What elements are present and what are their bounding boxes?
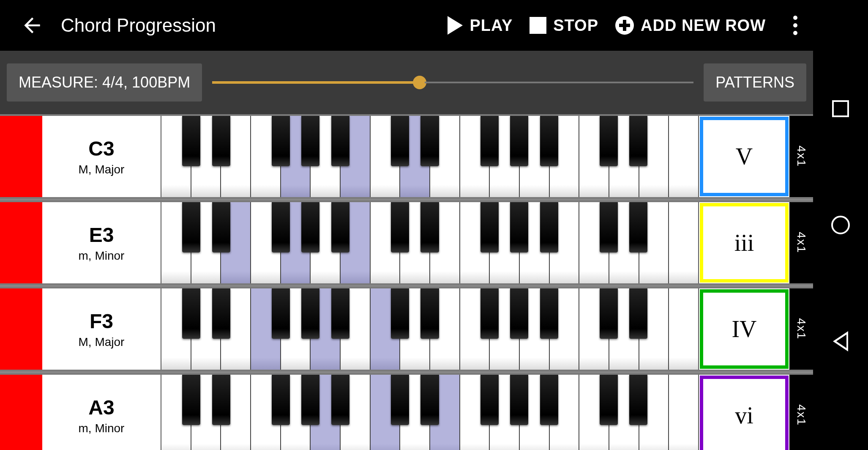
white-key[interactable] (669, 375, 698, 450)
keyboard[interactable] (161, 116, 699, 197)
add-row-label: ADD NEW ROW (641, 16, 766, 35)
black-key[interactable] (301, 116, 319, 166)
repeat-label: 4x1 (794, 232, 808, 253)
degree-box[interactable]: IV (700, 289, 789, 369)
back-button[interactable] (20, 14, 44, 37)
black-key[interactable] (540, 375, 558, 425)
stop-button[interactable]: STOP (530, 16, 598, 35)
black-key[interactable] (420, 116, 439, 166)
repeat-label: 4x1 (794, 145, 808, 167)
black-key[interactable] (272, 116, 290, 166)
black-key[interactable] (480, 116, 499, 166)
chord-row: A3m, Minorvi4x1 (0, 373, 813, 450)
row-drag-handle[interactable] (0, 116, 42, 197)
add-row-button[interactable]: ADD NEW ROW (615, 16, 766, 35)
black-key[interactable] (391, 288, 409, 339)
play-button[interactable]: PLAY (448, 16, 513, 35)
black-key[interactable] (600, 375, 618, 425)
android-nav-bar (813, 0, 868, 450)
chord-row: F3M, MajorIV4x1 (0, 287, 813, 371)
stop-label: STOP (553, 16, 598, 35)
keyboard[interactable] (161, 375, 699, 450)
black-key[interactable] (272, 202, 290, 252)
black-key[interactable] (510, 202, 528, 252)
black-key[interactable] (480, 202, 499, 252)
black-key[interactable] (301, 202, 319, 252)
black-key[interactable] (212, 375, 230, 425)
row-drag-handle[interactable] (0, 288, 42, 370)
black-key[interactable] (212, 202, 230, 252)
plus-circle-icon (615, 16, 634, 35)
keyboard[interactable] (161, 202, 699, 283)
degree-box[interactable]: iii (700, 203, 789, 283)
black-key[interactable] (391, 202, 409, 252)
measure-button[interactable]: MEASURE: 4/4, 100BPM (7, 63, 202, 102)
chord-note: E3 (89, 223, 114, 247)
repeat-tag[interactable]: 4x1 (789, 116, 813, 197)
black-key[interactable] (331, 375, 349, 425)
black-key[interactable] (629, 375, 647, 425)
white-key[interactable] (669, 202, 698, 283)
stop-icon (530, 17, 546, 34)
black-key[interactable] (331, 202, 349, 252)
nav-recent-button[interactable] (830, 98, 852, 120)
degree-box[interactable]: vi (700, 376, 789, 450)
black-key[interactable] (182, 288, 200, 339)
row-drag-handle[interactable] (0, 202, 42, 283)
black-key[interactable] (272, 375, 290, 425)
black-key[interactable] (510, 288, 528, 339)
repeat-tag[interactable]: 4x1 (789, 288, 813, 370)
chord-info[interactable]: A3m, Minor (42, 375, 161, 450)
black-key[interactable] (600, 116, 618, 166)
black-key[interactable] (391, 375, 409, 425)
black-key[interactable] (629, 116, 647, 166)
black-key[interactable] (600, 288, 618, 339)
black-key[interactable] (629, 288, 647, 339)
black-key[interactable] (212, 288, 230, 339)
black-key[interactable] (182, 202, 200, 252)
toolbar: Chord Progression PLAY STOP ADD NEW ROW (0, 0, 813, 51)
black-key[interactable] (212, 116, 230, 166)
black-key[interactable] (629, 202, 647, 252)
overflow-menu-button[interactable] (783, 16, 808, 35)
black-key[interactable] (480, 375, 499, 425)
black-key[interactable] (540, 202, 558, 252)
black-key[interactable] (600, 202, 618, 252)
black-key[interactable] (510, 375, 528, 425)
black-key[interactable] (540, 288, 558, 339)
black-key[interactable] (301, 288, 319, 339)
black-key[interactable] (182, 375, 200, 425)
black-key[interactable] (420, 288, 439, 339)
nav-back-button[interactable] (830, 330, 852, 352)
black-key[interactable] (510, 116, 528, 166)
keyboard[interactable] (161, 288, 699, 370)
black-key[interactable] (391, 116, 409, 166)
black-key[interactable] (480, 288, 499, 339)
black-key[interactable] (272, 288, 290, 339)
chord-quality: m, Minor (79, 249, 125, 263)
chord-quality: M, Major (79, 335, 125, 349)
black-key[interactable] (301, 375, 319, 425)
repeat-tag[interactable]: 4x1 (789, 375, 813, 450)
black-key[interactable] (420, 375, 439, 425)
chord-quality: M, Major (79, 163, 125, 176)
patterns-button[interactable]: PATTERNS (704, 63, 806, 102)
chord-info[interactable]: F3M, Major (42, 288, 161, 370)
chord-info[interactable]: E3m, Minor (42, 202, 161, 283)
degree-box[interactable]: V (700, 117, 789, 196)
repeat-label: 4x1 (794, 318, 808, 340)
page-title: Chord Progression (61, 15, 216, 36)
row-drag-handle[interactable] (0, 375, 42, 450)
repeat-tag[interactable]: 4x1 (789, 202, 813, 283)
nav-home-button[interactable] (830, 214, 852, 236)
position-slider[interactable] (212, 70, 693, 95)
chord-info[interactable]: C3M, Major (42, 116, 161, 197)
black-key[interactable] (331, 288, 349, 339)
black-key[interactable] (540, 116, 558, 166)
white-key[interactable] (669, 116, 698, 197)
white-key[interactable] (669, 288, 698, 370)
black-key[interactable] (182, 116, 200, 166)
repeat-label: 4x1 (794, 404, 808, 426)
black-key[interactable] (420, 202, 439, 252)
black-key[interactable] (331, 116, 349, 166)
